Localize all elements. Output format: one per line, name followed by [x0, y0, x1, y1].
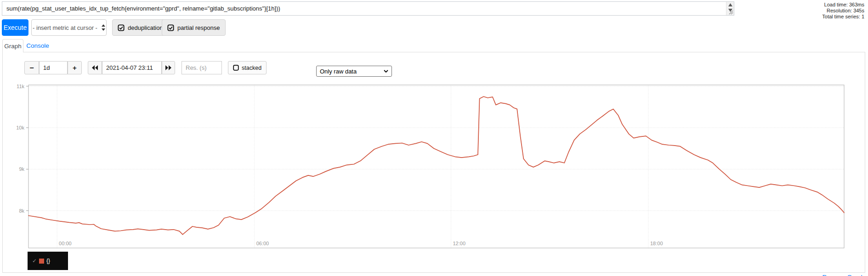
query-scrollbar[interactable] — [726, 2, 734, 15]
deduplication-label: deduplication — [128, 24, 163, 31]
partial-response-toggle[interactable]: partial response — [162, 19, 226, 36]
legend-series-swatch — [39, 259, 44, 264]
svg-text:9k: 9k — [19, 166, 24, 172]
svg-text:18:00: 18:00 — [650, 241, 663, 246]
query-text: sum(rate(pg_stat_user_tables_idx_tup_fet… — [6, 5, 280, 12]
total-series-stat: Total time series: 1 — [822, 14, 864, 20]
svg-text:8k: 8k — [19, 208, 24, 214]
svg-text:06:00: 06:00 — [256, 241, 269, 246]
scroll-up-icon[interactable] — [728, 3, 732, 7]
svg-text:11k: 11k — [17, 84, 24, 89]
execute-button[interactable]: Execute — [2, 19, 28, 36]
legend-box[interactable]: ✓ {} — [28, 252, 68, 270]
svg-text:00:00: 00:00 — [59, 241, 72, 246]
resolution-stat: Resolution: 345s — [822, 8, 864, 14]
tab-console[interactable]: Console — [25, 39, 51, 52]
resize-grip-icon[interactable] — [728, 9, 733, 15]
svg-text:10k: 10k — [16, 125, 24, 130]
query-input[interactable]: sum(rate(pg_stat_user_tables_idx_tup_fet… — [2, 1, 734, 16]
partial-response-label: partial response — [177, 24, 220, 31]
check-square-icon — [118, 24, 125, 31]
legend-check-icon: ✓ — [32, 258, 37, 264]
legend-series-label[interactable]: {} — [46, 258, 50, 264]
check-square-icon — [167, 24, 174, 31]
graph-canvas[interactable]: 8k9k10k11k00:0006:0012:0018:00 — [14, 69, 850, 253]
tab-graph[interactable]: Graph — [2, 39, 23, 52]
deduplication-toggle[interactable]: deduplication — [112, 19, 169, 36]
svg-text:12:00: 12:00 — [453, 241, 466, 246]
load-time-stat: Load time: 363ms — [822, 2, 864, 8]
query-stats: Load time: 363ms Resolution: 345s Total … — [822, 2, 864, 20]
chevron-updown-icon — [102, 24, 105, 31]
remove-graph-link[interactable]: Remove Graph — [822, 274, 864, 276]
insert-metric-label: - insert metric at cursor - — [33, 24, 97, 31]
insert-metric-dropdown[interactable]: - insert metric at cursor - — [31, 19, 107, 36]
